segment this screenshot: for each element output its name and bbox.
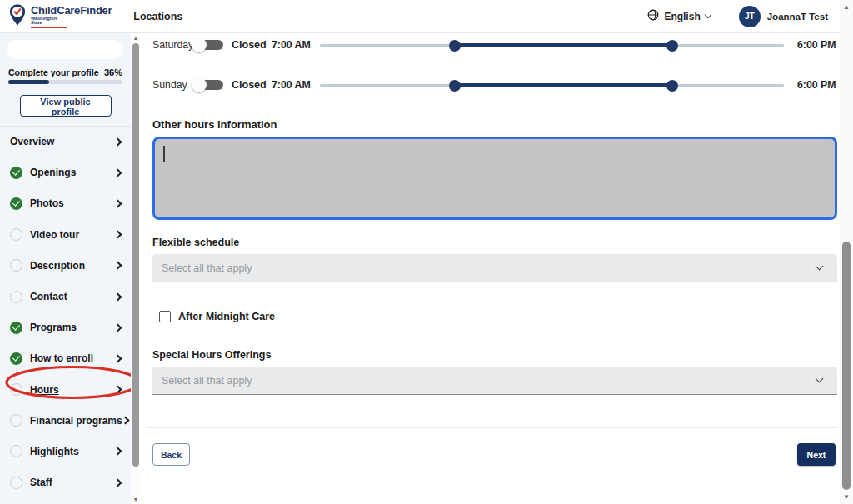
nav-locations[interactable]: Locations — [133, 11, 182, 22]
chevron-right-icon — [114, 354, 122, 362]
window-scrollbar[interactable]: ▲ ▼ — [840, 0, 853, 504]
sidebar-item-hours[interactable]: Hours — [0, 374, 131, 405]
slider-handle-end[interactable] — [666, 40, 678, 52]
empty-circle-icon — [10, 414, 22, 427]
open-time-value: 7:00 AM — [272, 79, 312, 91]
select-placeholder: Select all that apply — [162, 262, 252, 274]
day-label: Sunday — [152, 79, 192, 91]
hours-range-slider[interactable] — [320, 38, 784, 52]
next-button[interactable]: Next — [797, 443, 836, 466]
app-header: Child Care Finder Washington State Locat… — [0, 0, 840, 33]
chevron-right-icon — [114, 323, 122, 332]
check-circle-icon — [10, 167, 22, 179]
sidebar-item-description[interactable]: Description — [0, 250, 131, 281]
chevron-right-icon — [114, 200, 122, 208]
sidebar-item-financial-programs[interactable]: Financial programs — [0, 405, 131, 436]
sidebar-item-photos[interactable]: Photos — [0, 188, 131, 219]
check-circle-icon — [10, 197, 22, 210]
chevron-right-icon — [114, 447, 122, 456]
back-button[interactable]: Back — [152, 443, 190, 466]
chevron-right-icon — [114, 168, 122, 177]
sidebar-item-overview[interactable]: Overview — [0, 127, 131, 157]
profile-progress-label: Complete your profile — [8, 67, 99, 77]
chevron-right-icon — [114, 478, 122, 487]
user-name: JoannaT Test — [767, 12, 828, 22]
profile-progress-fill — [8, 80, 49, 84]
brand-name: Child Care Finder — [31, 5, 112, 16]
closed-toggle[interactable] — [192, 77, 225, 93]
closed-toggle[interactable] — [192, 37, 225, 53]
day-row-sunday: Sunday Closed 7:00 AM 6:00 PM — [152, 77, 837, 92]
footer-divider — [146, 427, 837, 428]
hours-form: Saturday Closed 7:00 AM 6:00 PM Sunday C… — [141, 33, 837, 504]
scroll-up-icon[interactable]: ▲ — [131, 35, 141, 41]
slider-handle-end[interactable] — [666, 80, 678, 92]
chevron-down-icon — [816, 262, 824, 271]
sidebar-item-staff[interactable]: Staff — [0, 467, 131, 498]
sidebar-item-how-to-enroll[interactable]: How to enroll — [0, 343, 131, 374]
scroll-down-icon[interactable]: ▼ — [840, 493, 853, 501]
flexible-schedule-select[interactable]: Select all that apply — [152, 254, 837, 282]
day-label: Saturday — [152, 39, 192, 51]
profile-progress-value: 36% — [104, 67, 122, 77]
after-midnight-label: After Midnight Care — [178, 311, 275, 322]
closed-label: Closed — [232, 39, 268, 51]
scroll-up-icon[interactable]: ▲ — [840, 3, 853, 11]
window-scrollbar-thumb[interactable] — [842, 242, 851, 490]
open-time-value: 7:00 AM — [272, 39, 312, 51]
chevron-down-icon — [816, 375, 824, 383]
special-hours-label: Special Hours Offerings — [152, 349, 837, 361]
sidebar-nav: Overview Openings Photos Video tour Desc… — [0, 126, 131, 504]
close-time-value: 6:00 PM — [797, 79, 837, 91]
close-time-value: 6:00 PM — [797, 39, 837, 51]
empty-circle-icon — [10, 445, 22, 457]
sidebar: Complete your profile 36% View public pr… — [0, 33, 131, 504]
day-row-saturday: Saturday Closed 7:00 AM 6:00 PM — [152, 37, 837, 52]
empty-circle-icon — [10, 477, 22, 489]
slider-handle-start[interactable] — [449, 40, 461, 52]
avatar[interactable]: JT — [739, 6, 761, 27]
brand-region: Washington State — [31, 17, 67, 28]
chevron-right-icon — [114, 262, 122, 270]
after-midnight-checkbox[interactable] — [159, 311, 171, 322]
hours-range-slider[interactable] — [320, 78, 784, 92]
sidebar-input[interactable] — [7, 40, 123, 59]
empty-circle-icon — [10, 228, 22, 241]
sidebar-scrollbar[interactable]: ▲ ▼ — [131, 33, 141, 504]
language-label: English — [664, 11, 700, 22]
other-hours-textarea[interactable] — [152, 137, 837, 220]
special-hours-select[interactable]: Select all that apply — [152, 367, 837, 395]
chevron-down-icon — [704, 12, 711, 18]
sidebar-item-programs[interactable]: Programs — [0, 312, 131, 343]
map-pin-check-icon — [8, 3, 27, 30]
brand-logo[interactable]: Child Care Finder Washington State — [8, 3, 112, 30]
empty-circle-icon — [10, 291, 22, 303]
chevron-right-icon — [114, 292, 122, 301]
select-placeholder: Select all that apply — [162, 375, 252, 387]
check-circle-icon — [10, 352, 22, 365]
scroll-down-icon[interactable]: ▼ — [131, 497, 141, 502]
chevron-right-icon — [114, 231, 122, 239]
text-cursor — [163, 146, 165, 162]
sidebar-scrollbar-thumb[interactable] — [132, 43, 139, 467]
profile-progress-bar — [8, 80, 122, 84]
chevron-right-icon — [114, 386, 122, 394]
sidebar-item-video-tour[interactable]: Video tour — [0, 219, 131, 250]
slider-handle-start[interactable] — [449, 80, 461, 92]
sidebar-item-clipped[interactable] — [0, 498, 131, 504]
sidebar-item-openings[interactable]: Openings — [0, 157, 131, 188]
after-midnight-care-option[interactable]: After Midnight Care — [159, 311, 837, 322]
other-hours-heading: Other hours information — [152, 118, 837, 131]
sidebar-item-contact[interactable]: Contact — [0, 281, 131, 312]
language-selector[interactable]: English — [647, 9, 710, 24]
chevron-right-icon — [114, 137, 122, 146]
empty-circle-icon — [10, 259, 22, 272]
closed-label: Closed — [232, 79, 268, 91]
view-public-profile-button[interactable]: View public profile — [20, 95, 112, 117]
globe-icon — [647, 9, 659, 24]
sidebar-item-highlights[interactable]: Highlights — [0, 436, 131, 467]
empty-circle-icon — [10, 383, 22, 396]
flexible-schedule-label: Flexible schedule — [152, 237, 837, 248]
check-circle-icon — [10, 322, 22, 334]
